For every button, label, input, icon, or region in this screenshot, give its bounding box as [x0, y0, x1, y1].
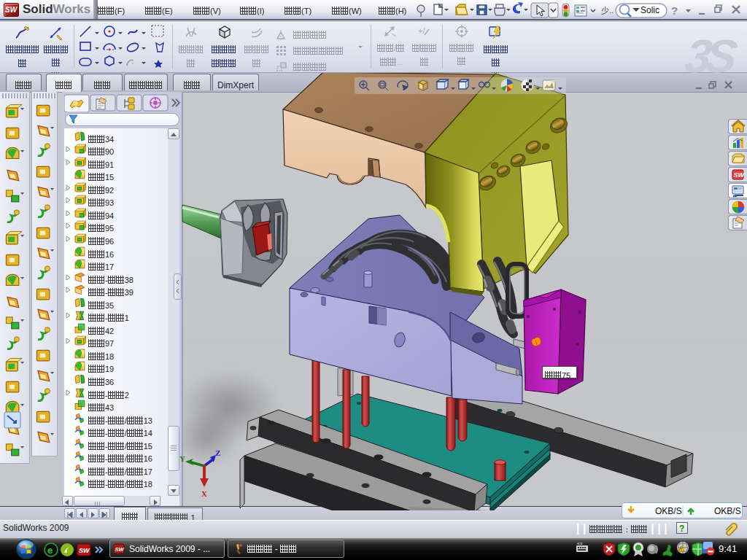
svg-text:OKB/S: OKB/S	[714, 506, 741, 516]
svg-text:!: !	[681, 547, 682, 551]
svg-text:Z: Z	[215, 448, 220, 457]
svg-text:少..: 少..	[601, 6, 614, 15]
svg-text:Y: Y	[179, 454, 185, 463]
svg-text:?: ?	[671, 4, 678, 17]
svg-text:X: X	[201, 489, 207, 498]
svg-text:SW: SW	[115, 546, 125, 553]
svg-text:OKB/S: OKB/S	[655, 506, 682, 516]
svg-text:SW: SW	[79, 547, 90, 554]
svg-text:+/: +/	[418, 26, 425, 35]
svg-text:e: e	[47, 545, 53, 556]
svg-text:Solic: Solic	[640, 5, 659, 15]
svg-text:键盘: 键盘	[576, 542, 583, 545]
svg-text:SW: SW	[734, 171, 746, 179]
